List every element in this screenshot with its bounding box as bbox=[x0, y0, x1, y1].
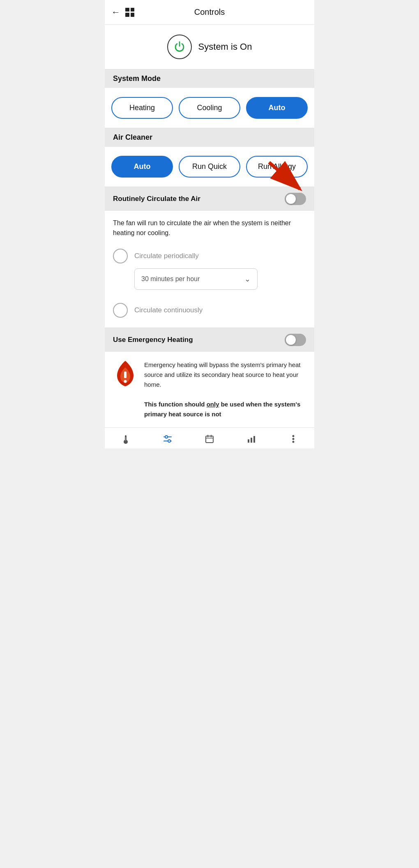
svg-point-20 bbox=[292, 441, 295, 443]
circulate-periodically-label: Circulate periodically bbox=[134, 252, 199, 260]
circulate-toggle[interactable] bbox=[285, 193, 306, 205]
system-mode-button-group: Heating Cooling Auto bbox=[105, 88, 314, 128]
nav-item-schedule[interactable] bbox=[189, 434, 230, 444]
svg-point-8 bbox=[165, 436, 168, 438]
back-button[interactable]: ← bbox=[111, 7, 120, 18]
emergency-toggle-row: Use Emergency Heating bbox=[105, 328, 314, 352]
heating-button[interactable]: Heating bbox=[111, 97, 173, 119]
schedule-icon bbox=[204, 434, 215, 444]
nav-item-more[interactable] bbox=[272, 434, 314, 444]
page-title: Controls bbox=[194, 7, 225, 17]
header-left: ← bbox=[111, 7, 134, 18]
emergency-text-block: Emergency heating will bypass the system… bbox=[144, 360, 306, 419]
system-status-text: System is On bbox=[198, 42, 252, 52]
run-quick-button[interactable]: Run Quick bbox=[179, 156, 240, 178]
minutes-dropdown[interactable]: 30 minutes per hour ⌄ bbox=[134, 268, 258, 290]
circulate-continuously-option[interactable]: Circulate continuously bbox=[105, 296, 314, 328]
nav-item-stats[interactable] bbox=[230, 434, 272, 444]
circulate-toggle-wrapper: Routinely Circulate the Air bbox=[105, 187, 314, 211]
thermometer-icon bbox=[120, 434, 131, 444]
emergency-toggle[interactable] bbox=[285, 334, 306, 346]
emergency-description-text: Emergency heating will bypass the system… bbox=[144, 361, 301, 388]
svg-rect-15 bbox=[248, 439, 249, 443]
circulate-periodically-radio[interactable] bbox=[113, 249, 128, 263]
emergency-description-block: Emergency heating will bypass the system… bbox=[105, 352, 314, 427]
auto-button[interactable]: Auto bbox=[246, 97, 308, 119]
toggle-knob bbox=[286, 194, 296, 204]
air-cleaner-section-header: Air Cleaner bbox=[105, 128, 314, 147]
svg-point-3 bbox=[124, 380, 127, 383]
power-button[interactable] bbox=[167, 35, 192, 59]
grid-cell-2 bbox=[131, 8, 135, 12]
power-icon bbox=[173, 40, 186, 53]
nav-item-controls[interactable] bbox=[147, 434, 189, 444]
air-auto-button[interactable]: Auto bbox=[111, 156, 173, 178]
svg-rect-11 bbox=[206, 436, 213, 443]
chevron-down-icon: ⌄ bbox=[244, 275, 251, 284]
run-allergy-button[interactable]: Run Allergy bbox=[246, 156, 308, 178]
svg-rect-16 bbox=[251, 438, 252, 443]
grid-cell-1 bbox=[125, 8, 129, 12]
svg-point-19 bbox=[292, 438, 295, 440]
emergency-section: Use Emergency Heating Emergency heating … bbox=[105, 328, 314, 427]
emergency-toggle-knob bbox=[286, 335, 296, 345]
fire-warning-icon bbox=[113, 360, 138, 393]
grid-cell-4 bbox=[131, 13, 135, 17]
cooling-button[interactable]: Cooling bbox=[179, 97, 240, 119]
controls-icon bbox=[162, 434, 173, 444]
system-status-row: System is On bbox=[105, 25, 314, 69]
emergency-warning-text: This function should only be used when t… bbox=[144, 401, 300, 418]
system-mode-section-header: System Mode bbox=[105, 69, 314, 88]
emergency-toggle-label: Use Emergency Heating bbox=[113, 336, 193, 344]
svg-rect-2 bbox=[124, 372, 127, 378]
dropdown-value: 30 minutes per hour bbox=[141, 275, 200, 283]
svg-rect-6 bbox=[125, 437, 126, 441]
grid-cell-3 bbox=[125, 13, 129, 17]
svg-rect-17 bbox=[253, 436, 255, 443]
circulate-continuously-label: Circulate continuously bbox=[134, 306, 203, 314]
bottom-nav bbox=[105, 427, 314, 448]
circulate-periodically-option[interactable]: Circulate periodically bbox=[105, 242, 314, 267]
dropdown-container: 30 minutes per hour ⌄ bbox=[105, 267, 314, 296]
circulate-toggle-row: Routinely Circulate the Air bbox=[105, 187, 314, 211]
air-cleaner-button-group: Auto Run Quick Run Allergy bbox=[105, 147, 314, 187]
svg-point-18 bbox=[292, 435, 295, 437]
svg-point-10 bbox=[168, 440, 170, 442]
stats-icon bbox=[246, 434, 257, 444]
circulate-continuously-radio[interactable] bbox=[113, 303, 128, 318]
more-icon bbox=[288, 434, 299, 444]
grid-icon[interactable] bbox=[125, 8, 134, 17]
header: ← Controls bbox=[105, 0, 314, 25]
circulate-description: The fan will run to circulate the air wh… bbox=[105, 211, 314, 242]
circulate-toggle-label: Routinely Circulate the Air bbox=[113, 195, 200, 203]
nav-item-temp[interactable] bbox=[105, 434, 147, 444]
